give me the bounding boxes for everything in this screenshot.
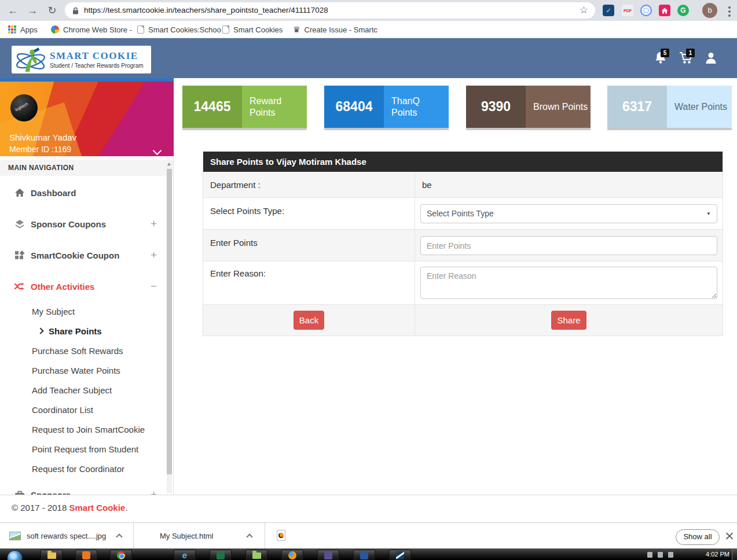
- taskbar-explorer-icon[interactable]: [41, 550, 63, 560]
- sidebar-item-other-activities[interactable]: Other Activities −: [0, 271, 173, 302]
- taskbar-java-icon[interactable]: [317, 550, 339, 560]
- brand-title: SMART COOKIE: [50, 50, 144, 62]
- downloads-bar: soft rewards spect....jpg My Subject.htm…: [0, 522, 737, 548]
- taskbar-orange-app-icon[interactable]: [75, 550, 97, 560]
- taskbar-word-icon[interactable]: [353, 550, 375, 560]
- sidebar-subitem-my-subject[interactable]: My Subject: [0, 302, 173, 322]
- tray-icon[interactable]: [647, 552, 652, 558]
- layers-icon: [14, 219, 25, 229]
- app-header: SMART COOKIE Student / Teacher Rewards P…: [0, 38, 737, 78]
- brand-logo[interactable]: SMART COOKIE Student / Teacher Rewards P…: [12, 46, 151, 73]
- bookmark-smartcookies[interactable]: Smart Cookies: [222, 21, 283, 38]
- extension-check-icon[interactable]: ✓: [603, 5, 614, 16]
- sidebar-item-smartcookie-coupon[interactable]: SmartCookie Coupon +: [0, 240, 173, 271]
- apps-grid-icon: [8, 25, 16, 34]
- taskbar-ie-icon[interactable]: e: [174, 550, 196, 560]
- scroll-up-arrow-icon[interactable]: [167, 163, 171, 165]
- tray-icon[interactable]: [658, 552, 663, 558]
- sidebar-scrollbar: [167, 161, 172, 493]
- taskbar-chrome-icon[interactable]: [110, 550, 132, 560]
- html-file-icon: [277, 530, 285, 541]
- taskbar-paint-icon[interactable]: [389, 550, 411, 560]
- extension-grammarly-icon[interactable]: G: [677, 5, 689, 16]
- sidebar-item-sponsors[interactable]: Sponsors +: [0, 483, 173, 495]
- page-icon: [137, 25, 144, 34]
- department-label: Department :: [210, 172, 261, 198]
- user-account-icon[interactable]: [705, 51, 717, 67]
- share-points-panel: Share Points to Vijay Motiram Khadse Dep…: [203, 152, 723, 336]
- sidebar-subitem-purchase-soft-rewards[interactable]: Purchase Soft Rewards: [0, 341, 173, 361]
- reason-textarea[interactable]: [420, 267, 717, 299]
- extension-home-icon[interactable]: [659, 5, 670, 16]
- points-type-row: Select Points Type: Select Points Type ▼: [203, 198, 723, 230]
- thanq-points-card: 68404 ThanQ Points: [324, 86, 449, 130]
- taskbar-firefox-icon[interactable]: [281, 550, 303, 560]
- water-points-card: 6317 Water Points: [607, 86, 732, 130]
- sidebar-subitem-request-join[interactable]: Request to Join SmartCookie: [0, 420, 173, 440]
- show-desktop-button[interactable]: [732, 549, 737, 560]
- lock-icon: [72, 6, 79, 17]
- chevron-up-icon[interactable]: [246, 533, 252, 540]
- share-button[interactable]: Share: [551, 311, 586, 330]
- card-value: 14465: [182, 86, 242, 128]
- points-type-select[interactable]: Select Points Type ▼: [420, 204, 717, 223]
- reload-icon[interactable]: ↻: [44, 2, 60, 19]
- close-downloads-icon[interactable]: [725, 532, 734, 540]
- scrollbar-thumb[interactable]: [167, 169, 172, 474]
- bookmark-smartcookies-school[interactable]: Smart Cookies:Schoo: [137, 21, 221, 38]
- user-name: Shivkumar Yadav: [9, 132, 76, 142]
- sidebar-item-label: Sponsors: [31, 490, 71, 495]
- taskbar-excel-icon[interactable]: [210, 550, 232, 560]
- card-label: Brown Points: [526, 86, 591, 128]
- sidebar: logitech Shivkumar Yadav Member ID :1169…: [0, 78, 174, 495]
- forward-icon[interactable]: →: [24, 2, 41, 19]
- expand-plus-icon: +: [151, 488, 157, 495]
- grid-icon: [14, 250, 25, 260]
- show-all-button[interactable]: Show all: [676, 529, 720, 545]
- address-bar[interactable]: https://test.smartcookie.in/teachers/sha…: [65, 2, 595, 19]
- home-icon: [14, 188, 25, 197]
- sidebar-subitem-point-request[interactable]: Point Request from Student: [0, 440, 173, 459]
- user-avatar: logitech: [10, 94, 38, 121]
- taskbar-folder-icon[interactable]: [245, 550, 267, 560]
- sidebar-item-sponsor-coupons[interactable]: Sponsor Coupons +: [0, 208, 173, 240]
- extension-stamp-icon[interactable]: [640, 5, 652, 16]
- cart-badge: 1: [686, 49, 695, 57]
- back-icon[interactable]: ←: [5, 2, 21, 19]
- bookmark-star-icon[interactable]: ☆: [580, 2, 588, 19]
- download-item-jpg[interactable]: soft rewards spect....jpg: [0, 523, 133, 549]
- download-item-html[interactable]: My Subject.html: [134, 523, 265, 549]
- browser-profile-avatar[interactable]: b: [702, 3, 717, 18]
- sidebar-subitem-coordinator-list[interactable]: Coordinator List: [0, 400, 173, 420]
- sidebar-item-dashboard[interactable]: Dashboard: [0, 177, 173, 208]
- webstore-icon: [51, 25, 59, 34]
- extension-pdf-icon[interactable]: PDF: [622, 5, 633, 16]
- bookmark-webstore[interactable]: Chrome Web Store -: [51, 21, 132, 38]
- bookmark-create-issue[interactable]: ♛ Create Issue - Smartc: [293, 21, 377, 38]
- start-button[interactable]: [7, 550, 23, 560]
- sidebar-subitem-purchase-water-points[interactable]: Purchase Water Points: [0, 361, 173, 381]
- card-label: Water Points: [667, 86, 732, 128]
- nav-section-title: MAIN NAVIGATION: [0, 160, 173, 176]
- sidebar-subitem-share-points[interactable]: Share Points: [0, 322, 173, 341]
- url-text: https://test.smartcookie.in/teachers/sha…: [84, 2, 576, 19]
- issue-icon: ♛: [293, 25, 300, 34]
- main-content: 14465 Reward Points 68404 ThanQ Points 9…: [174, 78, 737, 522]
- enter-points-row: Enter Points: [203, 230, 723, 261]
- sidebar-subitem-add-teacher-subject[interactable]: Add Teacher Subject: [0, 381, 173, 400]
- footer-brand: Smart Cookie: [69, 503, 125, 513]
- profile-panel: logitech Shivkumar Yadav Member ID :1169: [0, 82, 174, 156]
- bookmark-apps[interactable]: Apps: [8, 21, 38, 38]
- select-value: Select Points Type: [427, 209, 494, 218]
- back-button[interactable]: Back: [294, 311, 324, 330]
- browser-menu-icon[interactable]: [724, 2, 735, 19]
- points-input[interactable]: [420, 236, 717, 255]
- shuffle-icon: [14, 282, 25, 291]
- brand-tagline: Student / Teacher Rewards Program: [50, 62, 144, 69]
- bookmark-label: Smart Cookies: [233, 25, 283, 34]
- sidebar-subitem-request-coordinator[interactable]: Request for Coordinator: [0, 459, 173, 479]
- download-filename: My Subject.html: [160, 523, 213, 549]
- tray-icon[interactable]: [668, 552, 673, 558]
- chevron-up-icon[interactable]: [116, 533, 122, 540]
- bookmarks-bar: Apps Chrome Web Store - Smart Cookies:Sc…: [0, 21, 737, 38]
